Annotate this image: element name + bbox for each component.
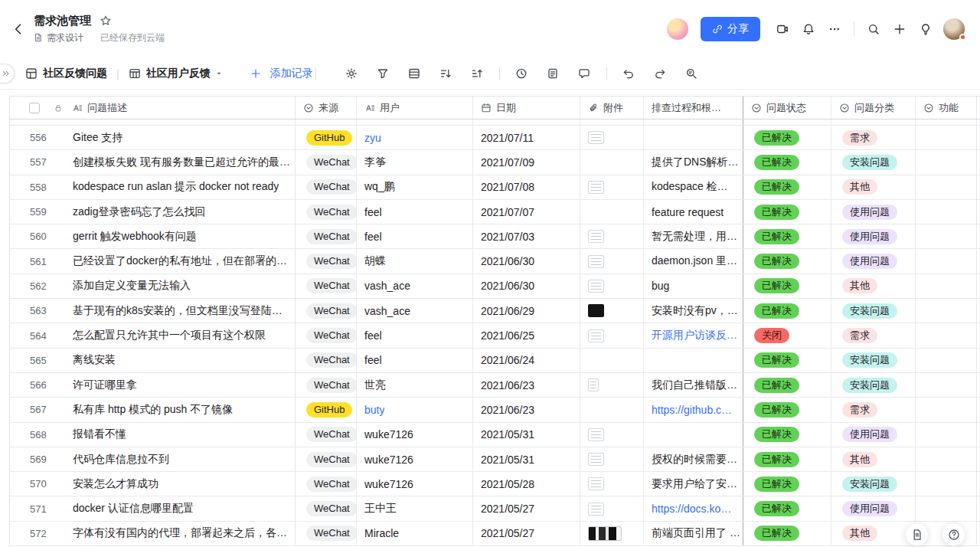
cell-attachment[interactable] bbox=[580, 373, 644, 397]
cell-status[interactable]: 已解决 bbox=[743, 299, 831, 323]
cell-user[interactable]: vash_ace bbox=[357, 274, 473, 298]
cell-source[interactable]: WeChat bbox=[296, 496, 357, 520]
attachment-thumbnail[interactable] bbox=[588, 181, 604, 194]
collaborator-avatar[interactable] bbox=[667, 18, 688, 40]
cell-func[interactable] bbox=[916, 175, 977, 199]
cell-source[interactable]: WeChat bbox=[296, 150, 357, 174]
cell-attachment[interactable] bbox=[580, 323, 644, 347]
cell-user[interactable]: feel bbox=[357, 323, 473, 347]
cell-desc[interactable]: 572字体有没有国内的代理，部署起来之后，各… bbox=[10, 522, 296, 545]
cell-process[interactable] bbox=[644, 423, 743, 447]
settings-button[interactable] bbox=[340, 62, 363, 85]
cell-status[interactable]: 关闭 bbox=[743, 323, 831, 347]
cell-status[interactable]: 已解决 bbox=[743, 447, 831, 471]
cell-status[interactable]: 已解决 bbox=[743, 423, 831, 447]
cell-status[interactable]: 已解决 bbox=[743, 175, 831, 199]
cell-desc[interactable]: 556Gitee 支持 bbox=[10, 126, 296, 149]
cell-status[interactable]: 已解决 bbox=[743, 200, 831, 224]
cell-status[interactable]: 已解决 bbox=[743, 150, 831, 174]
meeting-button[interactable] bbox=[769, 16, 795, 42]
cell-process[interactable]: feature request bbox=[644, 200, 743, 224]
cell-date[interactable]: 2021/07/07 bbox=[473, 200, 580, 224]
attachment-thumbnail[interactable] bbox=[588, 378, 599, 391]
cell-desc[interactable]: 568报错看不懂 bbox=[10, 423, 296, 447]
cell-status[interactable]: 已解决 bbox=[743, 126, 831, 149]
cell-desc[interactable]: 557创建模板失败 现有服务数量已超过允许的最… bbox=[10, 150, 296, 174]
more-button[interactable] bbox=[822, 16, 848, 42]
cell-attachment[interactable] bbox=[580, 274, 644, 298]
attachment-thumbnail[interactable] bbox=[588, 329, 604, 342]
cell-attachment[interactable] bbox=[580, 200, 644, 224]
cell-source[interactable]: WeChat bbox=[296, 423, 357, 447]
cell-user[interactable]: zyu bbox=[357, 126, 473, 149]
cell-process[interactable]: https://github.c… bbox=[644, 398, 743, 421]
cell-desc[interactable]: 569代码仓库信息拉不到 bbox=[10, 447, 296, 471]
cell-func[interactable] bbox=[916, 447, 977, 471]
attachment-thumbnail[interactable] bbox=[588, 280, 604, 293]
cell-source[interactable]: WeChat bbox=[296, 200, 357, 224]
cell-process[interactable]: 我们自己推错版… bbox=[644, 373, 743, 397]
cell-user[interactable]: feel bbox=[357, 200, 473, 224]
row-number[interactable]: 571 bbox=[30, 503, 73, 515]
cell-date[interactable]: 2021/05/31 bbox=[473, 447, 580, 471]
process-link[interactable]: 开源用户访谈反… bbox=[652, 329, 737, 342]
cell-func[interactable] bbox=[916, 373, 977, 397]
cell-date[interactable]: 2021/07/11 bbox=[473, 126, 580, 149]
cell-process[interactable]: 前端页面引用了 … bbox=[644, 522, 743, 545]
cell-func[interactable] bbox=[916, 126, 977, 149]
cell-func[interactable] bbox=[916, 472, 977, 496]
cell-source[interactable]: WeChat bbox=[296, 373, 357, 397]
chevron-down-icon[interactable] bbox=[214, 69, 224, 78]
cell-attachment[interactable] bbox=[580, 496, 644, 520]
cell-user[interactable]: wq_鹏 bbox=[357, 175, 473, 199]
cell-category[interactable]: 其他 bbox=[831, 274, 916, 298]
cell-category[interactable]: 其他 bbox=[831, 175, 916, 199]
attachment-thumbnail[interactable] bbox=[588, 428, 604, 441]
bell-button[interactable] bbox=[795, 16, 822, 42]
cell-user[interactable]: 李筝 bbox=[357, 150, 473, 174]
cell-attachment[interactable] bbox=[580, 175, 644, 199]
cell-user[interactable]: vash_ace bbox=[357, 299, 473, 323]
cell-category[interactable]: 安装问题 bbox=[831, 373, 916, 397]
row-number[interactable]: 557 bbox=[30, 156, 73, 168]
cell-source[interactable]: WeChat bbox=[296, 472, 357, 496]
cell-func[interactable] bbox=[916, 323, 977, 347]
row-number[interactable]: 563 bbox=[30, 305, 73, 316]
cell-date[interactable]: 2021/06/23 bbox=[473, 398, 580, 421]
row-number[interactable]: 570 bbox=[30, 478, 73, 490]
cell-date[interactable]: 2021/06/25 bbox=[473, 323, 580, 347]
select-all-checkbox[interactable] bbox=[29, 103, 40, 113]
cell-user[interactable]: wuke7126 bbox=[357, 472, 473, 496]
cell-process[interactable]: kodespace 检… bbox=[644, 175, 743, 199]
form-button[interactable] bbox=[541, 62, 564, 85]
cell-func[interactable] bbox=[916, 249, 977, 273]
cell-category[interactable]: 需求 bbox=[831, 398, 916, 421]
cell-func[interactable] bbox=[916, 349, 977, 372]
cell-source[interactable]: GitHub bbox=[296, 126, 357, 149]
cell-func[interactable] bbox=[916, 299, 977, 323]
row-height-button[interactable] bbox=[403, 62, 426, 85]
column-header-category[interactable]: 问题分类 bbox=[831, 97, 916, 119]
back-button[interactable] bbox=[8, 18, 29, 40]
attachment-thumbnail[interactable] bbox=[588, 230, 604, 243]
bulb-button[interactable] bbox=[913, 16, 939, 42]
cell-category[interactable]: 需求 bbox=[831, 323, 916, 347]
cell-process[interactable]: 要求用户给了安… bbox=[644, 472, 743, 496]
cell-desc[interactable]: 558kodespace run aslan 提示 docker not rea… bbox=[10, 175, 296, 199]
find-replace-button[interactable] bbox=[680, 62, 703, 85]
attachment-thumbnail[interactable] bbox=[588, 131, 604, 144]
cell-category[interactable]: 使用问题 bbox=[831, 423, 916, 447]
cell-date[interactable]: 2021/06/30 bbox=[473, 274, 580, 298]
user-link[interactable]: buty bbox=[364, 404, 384, 416]
cell-category[interactable]: 使用问题 bbox=[831, 200, 916, 224]
cell-date[interactable]: 2021/06/23 bbox=[473, 373, 580, 397]
user-avatar[interactable] bbox=[943, 18, 965, 40]
cell-category[interactable]: 需求 bbox=[831, 126, 916, 149]
add-record-button[interactable]: 添加记录 bbox=[250, 67, 313, 80]
cell-date[interactable]: 2021/06/24 bbox=[473, 349, 580, 372]
cell-status[interactable]: 已解决 bbox=[743, 398, 831, 421]
process-link[interactable]: https://docs.ko… bbox=[652, 503, 731, 515]
cell-attachment[interactable] bbox=[580, 224, 644, 248]
cell-user[interactable]: 世亮 bbox=[357, 373, 473, 397]
cell-attachment[interactable] bbox=[580, 299, 644, 323]
